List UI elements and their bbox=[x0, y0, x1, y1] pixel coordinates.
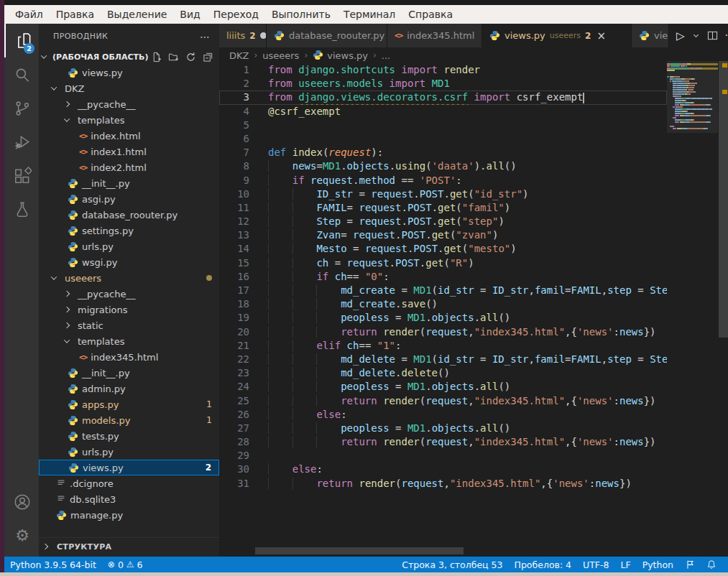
code-line-25[interactable]: 25 return render(request,"index345.html"… bbox=[219, 394, 667, 408]
code-line-3[interactable]: 3from django.views.decorators.csrf impor… bbox=[219, 90, 667, 104]
refresh-icon[interactable] bbox=[185, 51, 196, 62]
menu-item-Файл[interactable]: Файл bbox=[9, 9, 50, 20]
tree-item-migrations[interactable]: migrations bbox=[39, 302, 219, 317]
status-problems[interactable]: ⊗0⚠6 bbox=[102, 559, 149, 570]
code-line-21[interactable]: 21 elif ch== "1": bbox=[219, 339, 667, 353]
collapse-all-icon[interactable] bbox=[202, 51, 213, 62]
code-line-30[interactable]: 30 else: bbox=[219, 463, 667, 476]
menu-item-Переход[interactable]: Переход bbox=[207, 9, 265, 20]
tab-database_roouter.py[interactable]: database_roouter.py bbox=[267, 24, 387, 47]
tree-item-models.py[interactable]: models.py1 bbox=[39, 412, 219, 428]
tab-liiits[interactable]: liiits2 bbox=[219, 24, 267, 47]
status-eol[interactable]: LF bbox=[615, 559, 637, 570]
new-folder-icon[interactable] bbox=[167, 51, 179, 62]
tree-item-urls.py[interactable]: urls.py bbox=[39, 238, 219, 254]
code-line-28[interactable]: 28 return render(request,"index345.html"… bbox=[219, 435, 667, 449]
code-line-6[interactable]: 6 bbox=[219, 132, 667, 146]
tab-index345.html[interactable]: <>index345.html bbox=[387, 24, 482, 47]
ellipsis-icon[interactable]: ··· bbox=[725, 29, 728, 42]
code-line-24[interactable]: 24 peopless = MD1.objects.all() bbox=[219, 380, 667, 394]
tree-item-settings.py[interactable]: settings.py bbox=[39, 223, 219, 238]
activity-source-control[interactable] bbox=[4, 91, 39, 125]
menu-item-Терминал[interactable]: Терминал bbox=[337, 9, 402, 20]
code-line-4[interactable]: 4@csrf_exempt bbox=[219, 105, 667, 119]
tab-views.py[interactable]: views.pyuseeers2× bbox=[482, 24, 632, 47]
code-line-18[interactable]: 18 md_create.save() bbox=[219, 297, 667, 311]
code-line-9[interactable]: 9 if request.method == 'POST': bbox=[219, 174, 667, 187]
status-cursor-position[interactable]: Строка 3, столбец 53 bbox=[396, 559, 508, 570]
chevron-down-icon[interactable] bbox=[692, 32, 700, 40]
breadcrumb-item-views.py[interactable]: views.py bbox=[313, 50, 368, 61]
tree-item-apps.py[interactable]: apps.py1 bbox=[39, 396, 219, 412]
horizontal-scrollbar[interactable] bbox=[255, 547, 464, 554]
explorer-more-actions-icon[interactable]: ⋯ bbox=[200, 31, 211, 42]
menu-item-Справка[interactable]: Справка bbox=[402, 9, 459, 20]
code-line-11[interactable]: 11 FAMIL= request.POST.get("famil") bbox=[219, 201, 667, 215]
code-line-12[interactable]: 12 Step = request.POST.get("step") bbox=[219, 215, 667, 228]
tree-item-views.py[interactable]: views.py bbox=[39, 65, 219, 80]
tree-item-templates[interactable]: templates bbox=[39, 112, 219, 128]
workspace-section-header[interactable]: (РАБОЧАЯ ОБЛАСТЬ) ... bbox=[39, 49, 219, 65]
menu-item-Вид[interactable]: Вид bbox=[173, 9, 206, 20]
tree-item-db.sqlite3[interactable]: db.sqlite3 bbox=[39, 491, 219, 507]
status-language-mode[interactable]: Python bbox=[637, 559, 679, 570]
status-notifications[interactable] bbox=[701, 559, 722, 570]
code-line-26[interactable]: 26 else: bbox=[219, 408, 667, 422]
activity-testing[interactable] bbox=[4, 192, 39, 226]
breadcrumb-item-DKZ[interactable]: DKZ bbox=[229, 50, 249, 61]
new-file-icon[interactable] bbox=[150, 51, 162, 62]
tree-item-admin.py[interactable]: admin.py bbox=[39, 381, 219, 396]
code-line-16[interactable]: 16 if ch== "0": bbox=[219, 270, 667, 284]
tree-item-index.html[interactable]: <>index.html bbox=[39, 128, 219, 144]
activity-account[interactable] bbox=[4, 485, 39, 519]
code-line-2[interactable]: 2from useeers.models import MD1 bbox=[219, 77, 667, 90]
tree-item-DKZ[interactable]: DKZ bbox=[39, 80, 219, 96]
close-icon[interactable]: × bbox=[596, 29, 606, 42]
activity-explorer[interactable]: 2 bbox=[4, 24, 39, 57]
code-line-17[interactable]: 17 md_create = MD1(id_str = ID_str,famil… bbox=[219, 284, 667, 297]
tree-item-tests.py[interactable]: tests.py bbox=[39, 428, 219, 444]
tree-item-.dcignore[interactable]: .dcignore bbox=[39, 475, 219, 491]
tree-item-useeers[interactable]: useeers bbox=[39, 270, 219, 286]
minimap[interactable] bbox=[667, 63, 718, 164]
tree-item-__init__.py[interactable]: __init__.py bbox=[39, 175, 219, 191]
activity-settings[interactable]: ⚙ bbox=[4, 519, 39, 552]
tree-item-__init__.py[interactable]: __init__.py bbox=[39, 365, 219, 381]
tree-item-urls.py[interactable]: urls.py bbox=[39, 444, 219, 460]
code-line-15[interactable]: 15 ch = request.POST.get("R") bbox=[219, 256, 667, 270]
status-encoding[interactable]: UTF-8 bbox=[577, 559, 614, 570]
code-editor[interactable]: 1from django.shortcuts import render2fro… bbox=[219, 63, 667, 557]
tree-item-index345.html[interactable]: <>index345.html bbox=[39, 349, 219, 365]
breadcrumb-item-useeers[interactable]: useeers bbox=[262, 50, 299, 61]
code-line-7[interactable]: 7def index(request): bbox=[219, 146, 667, 159]
tree-item-templates[interactable]: templates bbox=[39, 333, 219, 349]
activity-extensions[interactable] bbox=[4, 159, 39, 192]
code-line-20[interactable]: 20 return render(request,"index345.html"… bbox=[219, 325, 667, 339]
breadcrumb-item-...[interactable]: ... bbox=[382, 50, 390, 61]
code-line-10[interactable]: 10 ID_str = request.POST.get("id_str") bbox=[219, 187, 667, 201]
tree-item-wsgi.py[interactable]: wsgi.py bbox=[39, 254, 219, 270]
tree-item-views.py[interactable]: views.py2 bbox=[39, 460, 219, 475]
code-line-31[interactable]: 31 return render(request,"index345.html"… bbox=[219, 477, 667, 491]
tab-vie[interactable]: vie bbox=[632, 24, 669, 47]
status-python-version[interactable]: Python 3.9.5 64-bit bbox=[4, 559, 102, 570]
code-line-29[interactable]: 29 bbox=[219, 449, 667, 463]
tree-item-manage.py[interactable]: manage.py bbox=[39, 507, 219, 523]
menu-item-Выполнить[interactable]: Выполнить bbox=[265, 9, 337, 20]
code-line-23[interactable]: 23 md_delete.delete() bbox=[219, 366, 667, 380]
tree-item-__pycache__[interactable]: __pycache__ bbox=[39, 96, 219, 112]
activity-run-debug[interactable] bbox=[4, 125, 39, 159]
tree-item-__pycache__[interactable]: __pycache__ bbox=[39, 286, 219, 302]
vertical-scrollbar[interactable] bbox=[719, 61, 728, 338]
tree-item-asgi.py[interactable]: asgi.py bbox=[39, 191, 219, 207]
code-line-5[interactable]: 5 bbox=[219, 119, 667, 132]
tree-item-index2.html[interactable]: <>index2.html bbox=[39, 159, 219, 175]
outline-section-header[interactable]: СТРУКТУРА bbox=[39, 537, 219, 555]
tree-item-database_roouter.py[interactable]: database_roouter.py bbox=[39, 207, 219, 223]
tree-item-index1.html[interactable]: <>index1.html bbox=[39, 144, 219, 159]
code-line-1[interactable]: 1from django.shortcuts import render bbox=[219, 63, 667, 77]
code-line-14[interactable]: 14 Mesto = request.POST.get("mesto") bbox=[219, 242, 667, 256]
code-line-19[interactable]: 19 peopless = MD1.objects.all() bbox=[219, 311, 667, 325]
code-line-8[interactable]: 8 news=MD1.objects.using('daata').all() bbox=[219, 159, 667, 173]
menu-item-Правка[interactable]: Правка bbox=[50, 9, 101, 20]
